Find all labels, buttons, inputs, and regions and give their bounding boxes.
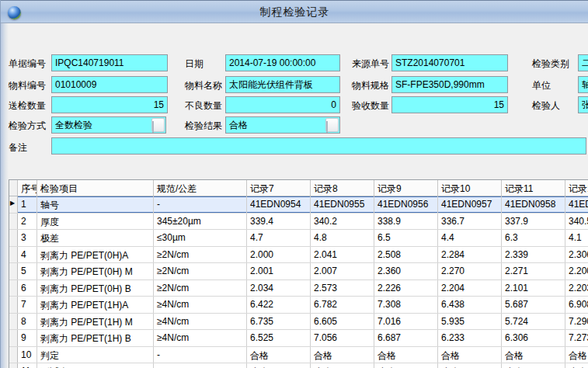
row-indicator[interactable] <box>9 363 18 368</box>
material-no-field[interactable]: 01010009 <box>51 76 168 93</box>
record-value-cell[interactable]: 2.000 <box>247 247 311 263</box>
inspection-result-select[interactable]: 合格 <box>225 116 340 134</box>
record-value-cell[interactable]: 41EDN0955 <box>311 196 374 213</box>
row-number-cell[interactable]: 8 <box>18 314 37 330</box>
inspection-item-cell[interactable]: 测试人 <box>37 363 154 368</box>
record-value-cell[interactable]: 2.270 <box>438 263 502 279</box>
spec-cell[interactable]: ≥4N/cm <box>154 314 247 330</box>
record-value-cell[interactable]: 张春雨 <box>374 363 438 368</box>
table-row[interactable]: 10判定-合格合格合格合格合格合格 <box>9 347 588 364</box>
spec-cell[interactable]: ≥2N/cm <box>154 280 247 297</box>
dropdown-button[interactable] <box>151 118 165 132</box>
inspection-item-cell[interactable]: 极差 <box>37 230 154 246</box>
record-value-cell[interactable]: 2.001 <box>247 263 311 279</box>
record-value-cell[interactable]: 2.508 <box>374 247 438 263</box>
record-value-cell[interactable]: 2.306 <box>565 247 588 263</box>
row-indicator[interactable]: ▶ <box>9 196 18 213</box>
record-value-cell[interactable]: 5.687 <box>502 297 565 313</box>
column-header[interactable]: 序号 <box>18 180 37 196</box>
record-value-cell[interactable]: 6.525 <box>247 330 311 346</box>
row-indicator[interactable] <box>9 314 18 330</box>
record-value-cell[interactable]: 6.605 <box>311 314 374 330</box>
record-value-cell[interactable]: 张春雨 <box>565 363 588 368</box>
record-value-cell[interactable]: 41EDN0954 <box>247 196 311 213</box>
spec-cell[interactable]: - <box>154 196 247 213</box>
accepted-qty-field[interactable]: 15 <box>391 96 508 113</box>
remarks-field[interactable] <box>51 137 586 154</box>
record-value-cell[interactable]: 2.101 <box>502 280 565 297</box>
record-value-cell[interactable]: 7.290 <box>565 314 588 330</box>
record-value-cell[interactable]: 2.226 <box>374 280 438 297</box>
record-value-cell[interactable]: 2.200 <box>565 263 588 279</box>
record-value-cell[interactable]: 4.1 <box>565 230 588 246</box>
row-number-cell[interactable]: 4 <box>18 247 37 263</box>
record-value-cell[interactable]: 336.7 <box>438 214 502 230</box>
record-value-cell[interactable]: 合格 <box>565 347 588 363</box>
record-value-cell[interactable]: 2.204 <box>438 280 502 297</box>
record-value-cell[interactable]: 2.007 <box>311 263 374 279</box>
record-value-cell[interactable]: 5.935 <box>438 314 502 330</box>
record-value-cell[interactable]: 7.016 <box>374 314 438 330</box>
table-row[interactable]: 9剥离力 PE/PET(1H) B≥4N/cm6.5257.0566.6876.… <box>9 330 588 347</box>
row-number-cell[interactable]: 9 <box>18 330 37 346</box>
spec-cell[interactable] <box>154 363 247 368</box>
inspection-item-cell[interactable]: 判定 <box>37 347 154 363</box>
inspection-item-cell[interactable]: 剥离力 PE/PET(1H) M <box>37 314 154 330</box>
material-spec-field[interactable]: SF-FPE350D,990mm <box>391 76 508 93</box>
spec-cell[interactable]: ≥2N/cm <box>154 263 247 279</box>
record-value-cell[interactable]: 张春雨 <box>247 363 311 368</box>
row-number-cell[interactable]: 11 <box>18 363 37 368</box>
row-indicator[interactable] <box>9 263 18 279</box>
spec-cell[interactable]: ≥2N/cm <box>154 247 247 263</box>
record-value-cell[interactable]: 41EDN <box>565 196 588 213</box>
date-field[interactable]: 2014-07-19 00:00:00 <box>225 54 340 71</box>
column-header[interactable]: 记录8 <box>311 180 374 196</box>
table-row[interactable]: 11测试人张春雨张春雨张春雨张春雨张春雨张春雨 <box>9 363 588 368</box>
inspection-category-field[interactable]: 二 <box>578 54 588 71</box>
record-value-cell[interactable]: 6.687 <box>374 330 438 346</box>
spec-cell[interactable]: - <box>154 347 247 363</box>
inspection-item-cell[interactable]: 剥离力 PE/PET(1H) B <box>37 330 154 346</box>
spec-cell[interactable]: 345±20µm <box>154 214 247 230</box>
record-value-cell[interactable]: 4.4 <box>438 230 502 246</box>
record-value-cell[interactable]: 4.7 <box>247 230 311 246</box>
row-indicator[interactable] <box>9 247 18 263</box>
row-indicator-header[interactable] <box>9 180 18 196</box>
record-value-cell[interactable]: 2.360 <box>374 263 438 279</box>
record-value-cell[interactable]: 2.034 <box>247 280 311 297</box>
record-value-cell[interactable]: 2.339 <box>502 247 565 263</box>
record-value-cell[interactable]: 2.573 <box>311 280 374 297</box>
inspection-item-cell[interactable]: 剥离力 PE/PET(0H)A <box>37 247 154 263</box>
record-value-cell[interactable]: 张春雨 <box>311 363 374 368</box>
row-indicator[interactable] <box>9 280 18 297</box>
record-value-cell[interactable]: 6.782 <box>311 297 374 313</box>
row-indicator[interactable] <box>9 230 18 246</box>
row-indicator[interactable] <box>9 330 18 346</box>
column-header[interactable]: 记录9 <box>374 180 438 196</box>
record-value-cell[interactable]: 6.908 <box>565 297 588 313</box>
record-value-cell[interactable]: 41EDN0956 <box>374 196 438 213</box>
record-value-cell[interactable]: 6.306 <box>502 330 565 346</box>
record-value-cell[interactable]: 338.9 <box>374 214 438 230</box>
record-value-cell[interactable]: 合格 <box>502 347 565 363</box>
spec-cell[interactable]: ≥4N/cm <box>154 330 247 346</box>
row-number-cell[interactable]: 7 <box>18 297 37 313</box>
inspection-item-cell[interactable]: 剥离力 PE/PET(1H)A <box>37 297 154 313</box>
record-value-cell[interactable]: 6.3 <box>502 230 565 246</box>
record-value-cell[interactable]: 6.233 <box>438 330 502 346</box>
table-row[interactable]: 3极差≤30µm4.74.86.54.46.34.1 <box>9 230 588 247</box>
row-number-cell[interactable]: 10 <box>18 347 37 363</box>
record-value-cell[interactable]: 张春雨 <box>502 363 565 368</box>
row-indicator[interactable] <box>9 214 18 230</box>
row-number-cell[interactable]: 1 <box>18 196 37 213</box>
material-name-field[interactable]: 太阳能光伏组件背板 <box>225 76 340 93</box>
row-number-cell[interactable]: 6 <box>18 280 37 297</box>
record-value-cell[interactable]: 339.4 <box>247 214 311 230</box>
unit-field[interactable]: 轴 <box>578 76 588 93</box>
row-number-cell[interactable]: 2 <box>18 214 37 230</box>
table-row[interactable]: 5剥离力 PE/PET(0H) M≥2N/cm2.0012.0072.3602.… <box>9 263 588 280</box>
column-header[interactable]: 规范/公差 <box>154 180 247 196</box>
table-row[interactable]: 8剥离力 PE/PET(1H) M≥4N/cm6.7356.6057.0165.… <box>9 314 588 331</box>
record-value-cell[interactable]: 6.735 <box>247 314 311 330</box>
spec-cell[interactable]: ≤30µm <box>154 230 247 246</box>
